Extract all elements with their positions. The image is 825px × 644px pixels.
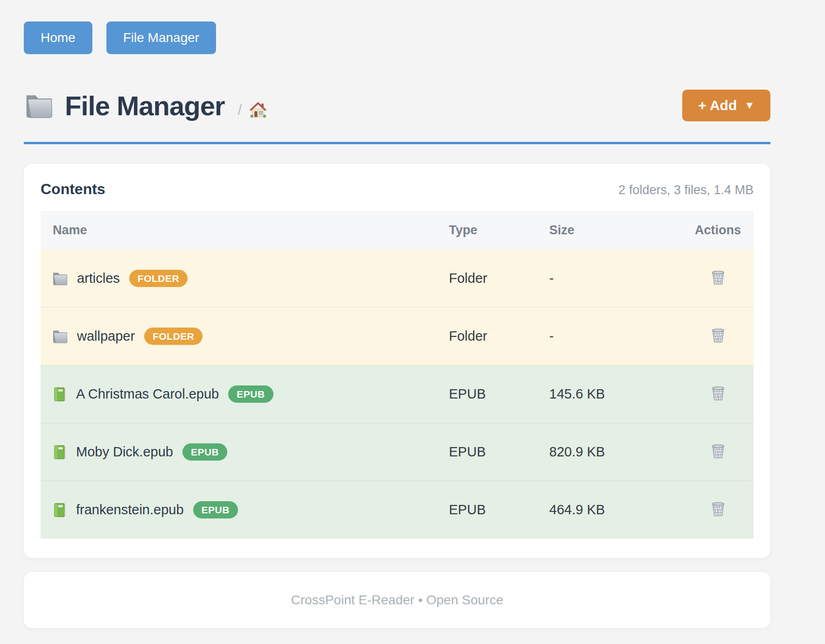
footer: CrossPoint E-Reader • Open Source <box>24 572 770 628</box>
file-name[interactable]: A Christmas Carol.epub <box>76 386 219 402</box>
trash-icon <box>710 443 727 460</box>
column-header-name: Name <box>41 211 443 250</box>
add-button[interactable]: + Add ▼ <box>682 90 770 121</box>
file-size: - <box>544 308 677 365</box>
type-badge: FOLDER <box>129 270 188 287</box>
green-book-icon <box>52 386 68 402</box>
table-row: articles FOLDER Folder - <box>41 250 754 308</box>
trash-icon <box>710 385 727 402</box>
file-name[interactable]: Moby Dick.epub <box>76 444 173 460</box>
green-book-icon <box>52 444 68 460</box>
trash-icon <box>710 269 727 286</box>
file-type: Folder <box>443 308 544 365</box>
delete-button[interactable] <box>708 325 728 346</box>
top-nav: Home File Manager <box>24 21 770 54</box>
delete-button[interactable] <box>708 441 728 462</box>
type-badge: FOLDER <box>144 328 203 345</box>
folder-icon <box>52 329 69 344</box>
file-type: EPUB <box>443 481 544 539</box>
delete-button[interactable] <box>708 267 728 288</box>
home-button[interactable]: Home <box>24 21 92 54</box>
file-size: 145.6 KB <box>544 365 677 423</box>
file-size: 820.9 KB <box>544 423 677 481</box>
table-row: frankenstein.epub EPUB EPUB 464.9 KB <box>41 481 754 539</box>
file-table: Name Type Size Actions articles FOLDER F… <box>41 211 754 539</box>
breadcrumb-separator: / <box>238 101 242 119</box>
file-type: Folder <box>443 250 544 308</box>
folder-icon <box>24 91 55 119</box>
type-badge: EPUB <box>182 443 227 461</box>
file-name[interactable]: frankenstein.epub <box>76 502 184 518</box>
column-header-size: Size <box>544 211 677 250</box>
file-type: EPUB <box>443 365 544 423</box>
page-title: File Manager <box>65 90 225 121</box>
file-manager-button[interactable]: File Manager <box>106 21 216 54</box>
header-divider <box>24 142 770 144</box>
table-row: A Christmas Carol.epub EPUB EPUB 145.6 K… <box>41 365 754 423</box>
table-header-row: Name Type Size Actions <box>41 211 754 250</box>
contents-card: Contents 2 folders, 3 files, 1.4 MB Name… <box>24 164 770 558</box>
file-size: 464.9 KB <box>544 481 677 539</box>
breadcrumb: / <box>238 100 268 119</box>
file-name[interactable]: wallpaper <box>77 329 135 344</box>
delete-button[interactable] <box>708 383 728 404</box>
page: Home File Manager File Manager / + Add ▼… <box>24 0 770 628</box>
green-book-icon <box>52 502 68 518</box>
delete-button[interactable] <box>708 499 728 519</box>
contents-title: Contents <box>41 181 105 198</box>
file-size: - <box>544 250 677 308</box>
folder-icon <box>52 271 69 286</box>
table-row: Moby Dick.epub EPUB EPUB 820.9 KB <box>41 423 754 481</box>
home-house-icon[interactable] <box>248 100 268 119</box>
file-name[interactable]: articles <box>77 271 120 286</box>
column-header-actions: Actions <box>677 211 754 250</box>
add-button-label: + Add <box>698 98 737 112</box>
trash-icon <box>710 501 727 518</box>
trash-icon <box>710 327 727 344</box>
contents-summary: 2 folders, 3 files, 1.4 MB <box>618 183 754 197</box>
type-badge: EPUB <box>193 501 238 518</box>
footer-text: CrossPoint E-Reader • Open Source <box>291 593 503 608</box>
column-header-type: Type <box>443 211 544 250</box>
file-type: EPUB <box>443 423 544 481</box>
table-row: wallpaper FOLDER Folder - <box>41 308 754 365</box>
type-badge: EPUB <box>228 385 273 403</box>
chevron-down-icon: ▼ <box>744 100 755 111</box>
page-header: File Manager / + Add ▼ <box>24 79 770 132</box>
